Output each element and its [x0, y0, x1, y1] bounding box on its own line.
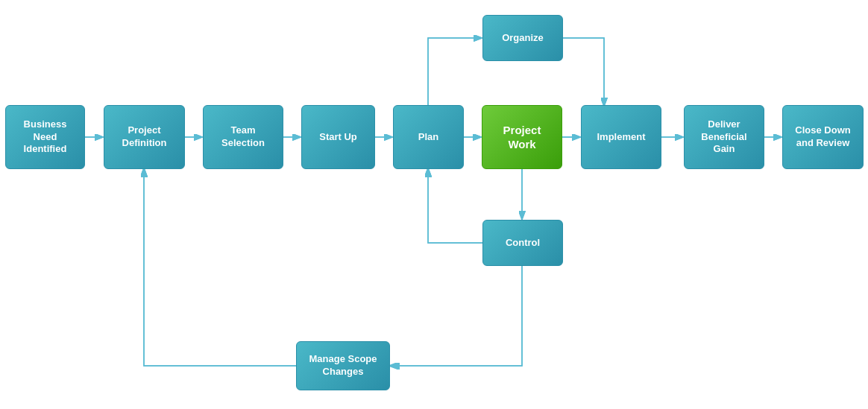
plan-label: Plan [418, 131, 438, 144]
deliver-label: DeliverBeneficialGain [701, 118, 746, 156]
project-work-node: ProjectWork [482, 105, 562, 169]
start-up-node: Start Up [301, 105, 375, 169]
close-down-node: Close Downand Review [782, 105, 864, 169]
organize-node: Organize [482, 15, 563, 61]
start-up-label: Start Up [319, 131, 357, 144]
organize-label: Organize [502, 32, 544, 45]
arrows-svg [0, 0, 868, 409]
control-label: Control [506, 237, 540, 250]
diagram-container: Business NeedIdentified ProjectDefinitio… [0, 0, 868, 409]
project-work-label: ProjectWork [503, 123, 541, 152]
implement-label: Implement [597, 131, 645, 144]
team-selection-node: TeamSelection [203, 105, 283, 169]
plan-node: Plan [393, 105, 464, 169]
clean-arrows [0, 0, 868, 409]
business-need-label: Business NeedIdentified [10, 118, 80, 156]
control-node: Control [482, 220, 563, 266]
manage-scope-node: Manage ScopeChanges [296, 341, 390, 390]
business-need-node: Business NeedIdentified [5, 105, 85, 169]
implement-node: Implement [581, 105, 661, 169]
project-definition-node: ProjectDefinition [104, 105, 185, 169]
project-definition-label: ProjectDefinition [122, 124, 167, 150]
close-down-label: Close Downand Review [795, 124, 850, 150]
deliver-node: DeliverBeneficialGain [684, 105, 764, 169]
manage-scope-label: Manage ScopeChanges [309, 353, 377, 378]
team-selection-label: TeamSelection [221, 124, 265, 150]
